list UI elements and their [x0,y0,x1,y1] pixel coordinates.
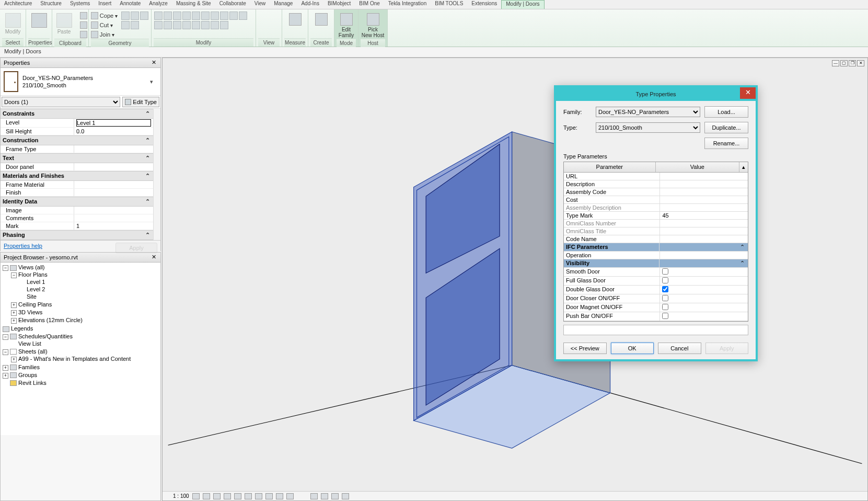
rename-button[interactable]: Rename... [704,138,748,149]
modify-tool-icon[interactable] [211,21,219,29]
menu-tab[interactable]: Insert [94,0,115,9]
tooltip-text-area[interactable] [563,325,748,335]
frametype-input[interactable] [76,146,151,152]
collapse-icon[interactable]: ⌃ [144,198,151,205]
door-magnet-checkbox[interactable] [662,304,668,310]
scale-label[interactable]: 1 : 100 [173,493,189,499]
tree-site[interactable]: Site [27,293,37,300]
close-icon[interactable]: ✕ [150,254,157,261]
viewbar-icon[interactable] [331,493,339,499]
tree-level2[interactable]: Level 2 [27,286,45,292]
tree-groups[interactable]: Groups [18,372,37,378]
sill-input[interactable] [76,128,151,134]
copy-tool-icon[interactable] [164,12,172,20]
create-icon[interactable] [315,13,328,26]
menu-tab[interactable]: Modify | Doors [501,0,544,9]
expand-toggle[interactable]: + [11,310,17,316]
rendering-icon[interactable] [234,493,241,499]
unpin-icon[interactable] [164,21,172,29]
load-button[interactable]: Load... [704,106,748,118]
edit-family-button[interactable]: Edit Family [336,12,356,40]
menu-tab[interactable]: BIM One [355,0,384,9]
operation-value[interactable] [660,252,748,259]
paste-button[interactable]: Paste [52,12,76,36]
codename-value[interactable] [660,235,748,243]
detail-level-icon[interactable] [192,493,200,499]
image-input[interactable] [76,207,151,213]
split-icon[interactable] [192,12,200,20]
edit-type-button[interactable]: Edit Type [122,97,159,107]
type-selector[interactable]: Door_YES-NO_Parameters210/100_Smooth ▾ [1,68,160,96]
menu-tab[interactable]: Massing & Site [172,0,215,9]
menu-tab[interactable]: Collaborate [215,0,250,9]
view-tool-icon[interactable] [265,21,273,29]
expand-toggle[interactable]: + [11,357,17,362]
apply-button[interactable]: Apply [705,343,749,354]
assembly-code-value[interactable] [660,188,748,196]
menu-tab[interactable]: Tekla Integration [384,0,431,9]
modify-tool-icon[interactable] [201,21,210,29]
tree-families[interactable]: Families [18,364,40,370]
align-icon[interactable] [201,12,210,20]
tree-3dviews[interactable]: 3D Views [18,309,42,315]
menu-tab[interactable]: Add-Ins [297,0,323,9]
modify-tool-icon[interactable] [192,21,200,29]
modify-tool-icon[interactable] [182,21,191,29]
modify-tool-button[interactable]: Modify [1,12,25,36]
chevron-down-icon[interactable]: ▾ [150,78,157,85]
cut-clipboard-button[interactable] [78,12,89,20]
menu-tab[interactable]: Architecture [0,0,36,9]
ok-button[interactable]: OK [611,343,654,354]
comments-input[interactable] [76,215,151,221]
collapse-icon[interactable]: ⌃ [144,110,151,117]
cost-value[interactable] [660,196,748,203]
type-select[interactable]: 210/100_Smooth [596,122,700,133]
tree-legends[interactable]: Legends [11,325,33,332]
typemark-value[interactable]: 45 [660,212,748,219]
door-closer-checkbox[interactable] [662,295,668,301]
apply-button[interactable]: Apply [115,243,157,253]
rotate-icon[interactable] [173,12,181,20]
crop-view-icon[interactable] [245,493,252,499]
push-bar-checkbox[interactable] [662,313,668,319]
reveal-hidden-icon[interactable] [286,493,294,499]
menu-tab[interactable]: Annotate [115,0,145,9]
expand-toggle[interactable]: + [3,373,8,379]
minimize-icon[interactable]: — [832,60,839,66]
sun-path-icon[interactable] [213,493,221,499]
dialog-titlebar[interactable]: Type Properties ✕ [556,87,756,101]
ifc-header[interactable]: IFC Parameters [564,243,659,251]
cancel-button[interactable]: Cancel [658,343,701,354]
visual-style-icon[interactable] [203,493,210,499]
geom-tool-icon[interactable] [121,12,130,20]
lock-3d-icon[interactable] [265,493,273,499]
scale-icon[interactable] [239,12,247,20]
expand-toggle[interactable]: + [3,365,8,371]
tree-a99[interactable]: A99 - What's New in Templates and Conten… [18,356,131,362]
family-select[interactable]: Door_YES-NO_Parameters [596,107,700,117]
mark-input[interactable] [76,223,151,229]
viewbar-icon[interactable] [342,493,349,499]
worksharing-icon[interactable] [310,493,318,499]
menu-tab[interactable]: Systems [66,0,94,9]
parameter-header[interactable]: Parameter [564,162,656,172]
smooth-door-checkbox[interactable] [662,268,668,275]
expand-toggle[interactable]: − [3,265,8,271]
geom-tool-icon[interactable] [140,12,148,20]
menu-tab[interactable]: View [250,0,270,9]
menu-tab[interactable]: Analyze [145,0,172,9]
maximize-icon[interactable]: ▢ [840,60,848,66]
menu-tab[interactable]: Extensions [467,0,501,9]
double-glass-checkbox[interactable] [662,286,668,292]
shadows-icon[interactable] [224,493,231,499]
menu-tab[interactable]: Structure [36,0,66,9]
menu-tab[interactable]: BIM TOOLS [431,0,467,9]
properties-help-link[interactable]: Properties help [4,243,42,253]
viewbar-icon[interactable] [321,493,328,499]
tree-sheets[interactable]: Sheets (all) [18,348,48,355]
collapse-icon[interactable]: ⌃ [144,232,151,238]
tree-views[interactable]: Views (all) [18,264,45,270]
properties-button[interactable] [27,12,51,29]
cope-button[interactable]: Cope ▾ [89,12,119,20]
copy-clipboard-button[interactable] [78,21,89,29]
